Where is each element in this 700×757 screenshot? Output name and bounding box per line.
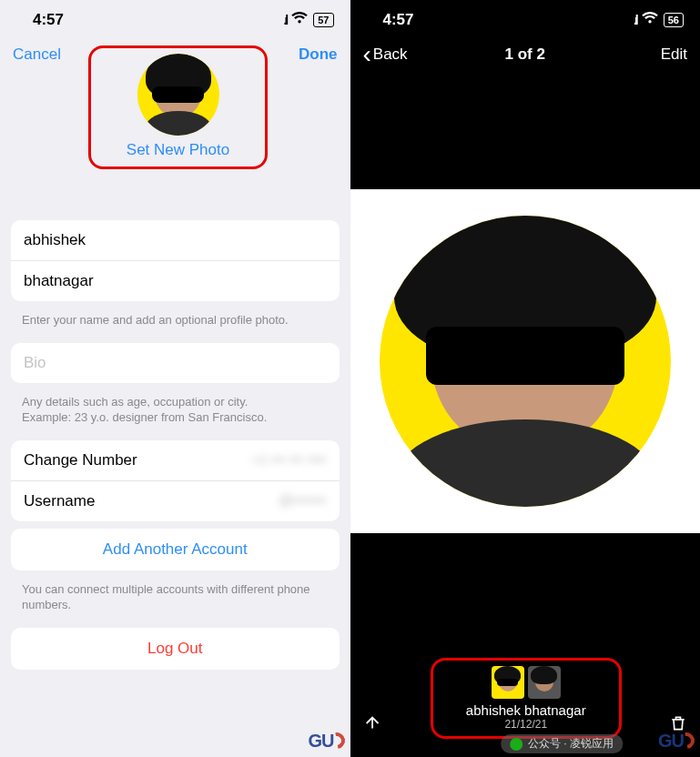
bio-footer: Any details such as age, occupation or c… [0, 390, 350, 440]
cancel-button[interactable]: Cancel [13, 45, 61, 64]
cellular-signal-icon: .ıl [284, 13, 287, 27]
status-bar-right: 4:57 .ıl 56 [350, 0, 701, 40]
add-another-account-button[interactable]: Add Another Account [11, 529, 340, 570]
highlight-set-photo: Set New Photo [88, 45, 268, 169]
status-indicators: .ıl 57 [284, 11, 334, 29]
photo-toolbar: abhishek bhatnagar 21/12/21 [350, 658, 701, 739]
done-button[interactable]: Done [299, 45, 338, 64]
profile-name-label: abhishek bhatnagar [448, 702, 604, 718]
first-name-field[interactable]: abhishek [11, 220, 340, 261]
logout-section: Log Out [11, 628, 340, 670]
name-section: abhishek bhatnagar [11, 220, 340, 301]
account-links-section: Change Number+1 ••• ••• •••• Username@••… [11, 440, 340, 521]
watermark-gadgets-to-use: GU [309, 731, 345, 752]
photo-canvas[interactable] [350, 189, 701, 533]
photo-thumb-2[interactable] [528, 666, 561, 699]
add-account-section: Add Another Account [11, 529, 340, 570]
wechat-icon [510, 738, 522, 751]
last-name-field[interactable]: bhatnagar [11, 261, 340, 301]
highlight-photo-thumbs: abhishek bhatnagar 21/12/21 [431, 658, 622, 739]
watermark-gadgets-to-use: GU [658, 731, 695, 752]
change-number-row[interactable]: Change Number+1 ••• ••• •••• [11, 440, 340, 481]
photo-viewer-screen: 4:57 .ıl 56 ‹ Back 1 of 2 Edit [350, 0, 701, 757]
bio-field[interactable]: Bio [11, 343, 340, 383]
bio-section: Bio [11, 343, 340, 383]
status-time: 4:57 [33, 11, 284, 29]
edit-button[interactable]: Edit [661, 45, 687, 64]
chevron-left-icon: ‹ [363, 46, 371, 63]
cellular-signal-icon: .ıl [634, 13, 636, 27]
add-account-footer: You can connect multiple accounts with d… [0, 578, 350, 628]
status-time: 4:57 [383, 11, 634, 29]
photo-thumb-1[interactable] [492, 666, 524, 699]
logout-button[interactable]: Log Out [11, 628, 340, 670]
photo-thumbnails [448, 666, 604, 699]
profile-avatar[interactable] [137, 54, 219, 136]
profile-edit-screen: 4:57 .ıl 57 Cancel Done Set New Photo ab… [0, 0, 350, 757]
battery-icon: 56 [664, 13, 684, 27]
set-new-photo-button[interactable]: Set New Photo [104, 141, 252, 159]
profile-photo-large [380, 216, 671, 507]
photo-date-label: 21/12/21 [448, 718, 604, 731]
back-button[interactable]: ‹ Back [363, 45, 408, 64]
name-footer: Enter your name and add an optional prof… [0, 308, 350, 343]
wifi-icon [291, 11, 308, 29]
username-row[interactable]: Username@••••••• [11, 481, 340, 521]
battery-icon: 57 [313, 13, 333, 27]
status-indicators: .ıl 56 [634, 11, 684, 29]
nav-bar: ‹ Back 1 of 2 Edit [350, 40, 701, 64]
status-bar-left: 4:57 .ıl 57 [0, 0, 350, 40]
share-icon[interactable] [363, 713, 383, 739]
wifi-icon [642, 11, 658, 29]
wechat-overlay-label: 公众号 · 凌锐应用 [501, 734, 623, 753]
